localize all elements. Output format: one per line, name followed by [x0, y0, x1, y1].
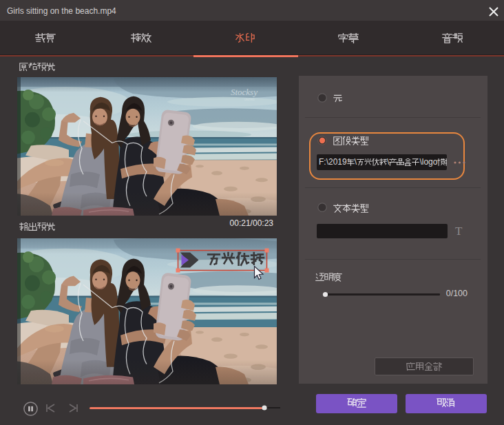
svg-text:UNITED: UNITED — [244, 98, 255, 101]
svg-text:Stocksy: Stocksy — [231, 87, 258, 97]
